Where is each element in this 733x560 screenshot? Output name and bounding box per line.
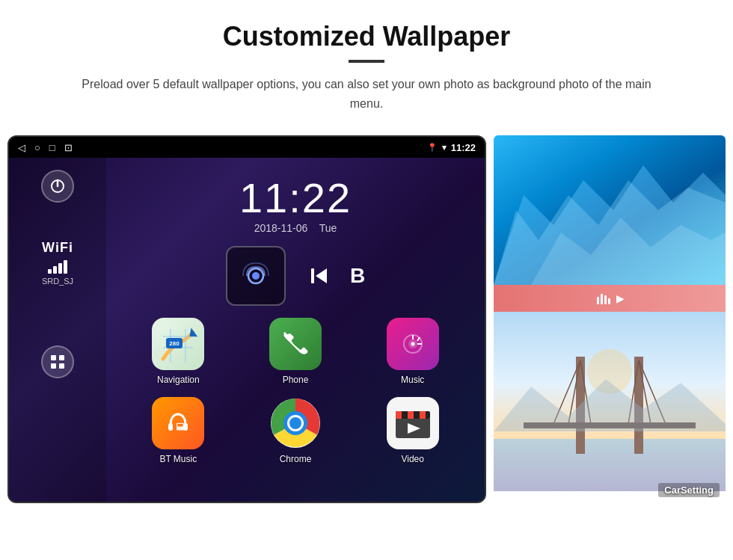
navigation-map-icon: 280 [156,321,200,366]
wifi-widget: WiFi SRD_SJ [42,240,73,286]
carsetting-label[interactable]: CarSetting [658,483,720,497]
equalizer-icon [595,291,610,306]
svg-rect-24 [168,423,173,431]
phone-label: Phone [283,375,309,385]
bridge-wallpaper-svg [494,312,726,491]
svg-rect-44 [608,298,610,304]
radio-app-item[interactable] [226,246,286,306]
btmusic-label: BT Music [159,454,197,464]
center-content: 11:22 2018-11-06 Tue [106,158,485,502]
app-item-video[interactable]: Video [360,397,465,464]
page-header: Customized Wallpaper Preload over 5 defa… [0,0,733,120]
title-divider [349,60,384,63]
wallpaper-preview-bridge[interactable]: CarSetting [494,312,726,503]
wallpaper-preview-ice[interactable] [494,135,726,285]
bluetooth-icon: ⬓ [163,408,193,438]
skip-back-icon [308,265,331,287]
page-description: Preload over 5 default wallpaper options… [75,75,658,113]
phone-icon [281,330,310,358]
svg-point-30 [289,417,301,429]
media-icons-row: B [118,246,473,306]
status-bar: ◁ ○ □ ⊡ 📍 ▾ 11:22 [9,137,485,158]
radio-signal-icon [239,259,272,292]
page-title: Customized Wallpaper [45,21,688,52]
wifi-bar-4 [64,260,67,274]
wifi-bar-1 [48,269,52,274]
ice-wallpaper-svg [494,135,726,285]
screen-area: WiFi SRD_SJ [9,158,485,502]
phone-icon-bg [269,318,322,370]
svg-rect-42 [601,294,603,304]
music-icon [398,329,428,359]
wifi-bars [42,259,73,274]
back-nav-icon[interactable]: ◁ [18,142,25,153]
left-sidebar: WiFi SRD_SJ [9,158,106,502]
status-time: 11:22 [451,142,476,153]
status-left: ◁ ○ □ ⊡ [18,142,73,153]
svg-rect-41 [597,297,599,304]
wifi-ssid: SRD_SJ [42,277,73,286]
chrome-icon [269,397,322,449]
radio-icon-bg [226,246,286,306]
time-widget: 11:22 2018-11-06 Tue [118,170,473,246]
svg-rect-9 [311,268,314,283]
wifi-bar-3 [58,263,62,274]
svg-point-7 [252,272,260,280]
recent-nav-icon[interactable]: □ [49,142,55,153]
wallpaper-previews: ▶ [494,135,726,503]
svg-rect-3 [59,355,64,360]
chrome-icon-bg [269,397,322,449]
svg-text:⬓: ⬓ [176,421,184,431]
b-label: B [346,246,365,306]
wifi-label: WiFi [42,240,73,256]
app-item-music[interactable]: Music [360,318,465,385]
svg-marker-8 [316,268,327,283]
video-icon-bg [387,397,439,449]
screenshot-icon[interactable]: ⊡ [64,142,73,153]
wifi-bar-2 [53,266,57,274]
svg-rect-4 [51,363,56,369]
svg-line-22 [417,337,420,341]
svg-rect-35 [420,411,426,419]
app-item-chrome[interactable]: Chrome [243,397,349,464]
music-label: Music [401,375,424,385]
wifi-status-icon: ▾ [442,143,447,153]
device-mockup: ◁ ○ □ ⊡ 📍 ▾ 11:22 [7,135,486,503]
location-icon: 📍 [427,143,438,153]
apps-button[interactable] [41,345,74,378]
main-content: ◁ ○ □ ⊡ 📍 ▾ 11:22 [0,120,733,518]
home-nav-icon[interactable]: ○ [34,142,40,153]
navigation-icon-bg: 280 [152,318,204,370]
grid-icon [49,354,66,370]
app-item-navigation[interactable]: 280 Navigation [126,318,231,385]
svg-rect-5 [59,363,64,369]
btmusic-icon-bg: ⬓ [152,397,204,449]
navigation-label: Navigation [157,375,200,385]
video-label: Video [401,454,423,464]
status-right: 📍 ▾ 11:22 [427,142,476,153]
app-item-btmusic[interactable]: ⬓ BT Music [126,397,231,464]
svg-rect-2 [51,355,56,360]
date-display: 2018-11-06 Tue [118,222,473,234]
app-item-phone[interactable]: Phone [243,318,349,385]
power-button[interactable] [41,170,74,203]
svg-rect-33 [396,411,402,419]
svg-rect-43 [604,295,607,304]
middle-strip-label: ▶ [616,293,624,304]
time-display: 11:22 [118,177,473,219]
middle-strip: ▶ [494,285,726,312]
skip-back-btn[interactable] [301,246,331,306]
app-grid: 280 Navigation [118,318,473,464]
svg-point-20 [411,342,414,346]
svg-text:280: 280 [170,340,180,347]
music-icon-bg [387,318,439,370]
svg-rect-34 [408,411,414,419]
power-icon [49,178,66,194]
chrome-label: Chrome [280,454,312,464]
video-clapperboard-icon [394,407,432,440]
